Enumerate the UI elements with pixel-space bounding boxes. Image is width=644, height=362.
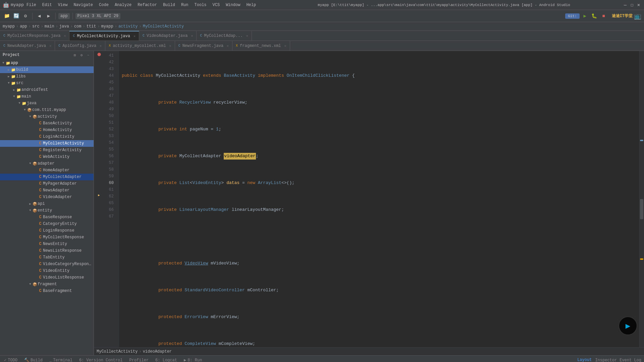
close-button[interactable]: ✕ [636,2,641,8]
menu-help[interactable]: Help [244,2,259,8]
menu-run[interactable]: Run [178,2,191,8]
project-tree[interactable]: Project ⊞ ⚙ – ▼ 📁 app ▶ 📁 build [0,51,94,355]
tab-logcat[interactable]: 6: Logcat [154,357,178,362]
menu-file[interactable]: File [24,2,39,8]
tree-item-mycollectadapter[interactable]: ▶ C MyCollectAdapter [0,174,94,180]
settings-project-icon[interactable]: ⚙ [79,52,84,58]
tab-activity-xml[interactable]: X activity_mycollect.xml ✕ [105,41,175,51]
maximize-button[interactable]: ☐ [629,2,635,8]
tree-item-basefragment[interactable]: ▶ C BaseFragment [0,288,94,294]
tree-item-categoryentity[interactable]: ▶ C CategoryEntity [0,221,94,227]
editor-content[interactable]: ⬤ ▶ [94,51,644,347]
tree-item-fragment-pkg[interactable]: ▼ 📦 fragment [0,281,94,288]
tree-item-adapter-pkg[interactable]: ▼ 📦 adapter [0,160,94,167]
code-editor[interactable]: ⬤ ▶ [94,51,644,355]
breadcrumb-com[interactable]: com [74,24,82,29]
settings-icon[interactable]: ⚙ [21,12,30,20]
event-log-button[interactable]: Event Log [620,358,641,362]
close-tab-apiconfig[interactable]: ✕ [100,44,102,48]
tree-item-androidtest[interactable]: ▶ 📁 androidTest [0,86,94,93]
scrollbar-thumb[interactable] [640,199,643,219]
tab-version-control[interactable]: 6: Version Control [78,357,124,362]
menu-code[interactable]: Code [96,2,111,8]
tab-apiconfig[interactable]: C ApiConfig.java ✕ [55,41,105,51]
close-tab-activity-xml[interactable]: ✕ [169,44,171,48]
tree-item-package[interactable]: ▼ 📦 com.ttit.myapp [0,107,94,113]
tab-build[interactable]: 🔨 Build [23,357,44,362]
tree-item-entity-pkg[interactable]: ▼ 📦 entity [0,207,94,214]
close-tab-mycollectresponse[interactable]: ✕ [64,34,66,38]
minimize-button[interactable]: — [623,2,628,8]
menu-tools[interactable]: Tools [192,2,209,8]
tree-item-java[interactable]: ▼ 📁 java [0,100,94,107]
breadcrumb-app[interactable]: app [20,24,27,29]
breadcrumb-member[interactable]: videoAdapter [143,349,172,354]
tree-item-videocategory[interactable]: ▶ C VideoCategoryRespons... [0,261,94,267]
menu-vcs[interactable]: VCS [210,2,223,8]
menu-edit[interactable]: Edit [40,2,55,8]
menu-navigate[interactable]: Navigate [71,2,96,8]
close-tab-newsfragment[interactable]: ✕ [227,44,229,48]
forward-icon[interactable]: ▶ [45,12,53,20]
tree-item-tabentity[interactable]: ▶ C TabEntity [0,254,94,261]
breadcrumb-class[interactable]: MyCollectActivity [97,349,138,354]
sync-icon[interactable]: 🔄 [12,12,20,20]
debug-icon[interactable]: 🐛 [590,12,598,20]
tree-item-main[interactable]: ▼ 📁 main [0,93,94,100]
breadcrumb-mycollect[interactable]: MyCollectActivity [143,24,184,29]
tab-run[interactable]: ▶ 8: Run [182,357,203,362]
layout-button[interactable]: Layout [577,357,592,362]
tab-mycollectresponse[interactable]: C MyCollectResponse.java ✕ [0,31,69,41]
tree-item-mycollectresponse[interactable]: ▶ C MyCollectResponse [0,234,94,241]
tab-mycollectadap[interactable]: C MyCollectAdap... ✕ [197,31,252,41]
tree-item-registeractivity[interactable]: ▶ C RegisterActivity [0,147,94,154]
breadcrumb-myapp[interactable]: myapp [3,24,15,29]
close-tab-mycollectadap[interactable]: ✕ [246,34,248,38]
menu-build[interactable]: Build [160,2,178,8]
inspector-button[interactable]: Inspector [595,358,617,362]
close-tab-mycollectactivity[interactable]: ✕ [133,34,136,38]
collapse-project-icon[interactable]: – [86,52,91,58]
tree-item-build[interactable]: ▶ 📁 build [0,66,94,73]
bilibili-float-button[interactable]: ▶ [619,316,637,335]
close-tab-fragment-xml[interactable]: ✕ [284,44,286,48]
tree-item-app[interactable]: ▼ 📁 app [0,60,94,66]
tree-item-api-pkg[interactable]: ▶ 📦 api [0,200,94,207]
tree-item-libs[interactable]: ▶ 📁 libs [0,73,94,80]
device-selector[interactable]: Pixel 3 XL API 29 [75,13,120,19]
breadcrumb-java[interactable]: java [59,24,69,29]
stop-icon[interactable]: ■ [600,12,608,20]
tree-item-newslistresponse[interactable]: ▶ C NewsListResponse [0,247,94,254]
tab-terminal[interactable]: _ Terminal [48,357,74,362]
tree-item-baseactivity[interactable]: ▶ C BaseActivity [0,120,94,127]
tab-newsadapter[interactable]: C NewsAdapter.java ✕ [0,41,55,51]
tab-profiler[interactable]: Profiler [128,357,150,362]
tree-item-videoadapter-tree[interactable]: ▶ C VideoAdapter [0,194,94,200]
tab-todo[interactable]: ✓ TODO [3,357,19,362]
menu-refactor[interactable]: Refactor [135,2,160,8]
tree-item-newsentity[interactable]: ▶ C NewsEntity [0,241,94,247]
tab-fragment-xml[interactable]: X fragment_news.xml ✕ [232,41,290,51]
tree-item-homeadapter[interactable]: ▶ C HomeAdapter [0,167,94,174]
tree-item-loginactivity[interactable]: ▶ C LoginActivity [0,133,94,140]
tree-item-videolistresponse[interactable]: ▶ C VideoListResponse [0,274,94,281]
close-tab-videoadapter[interactable]: ✕ [191,34,193,38]
tab-newsfragment[interactable]: C NewsFragment.java ✕ [175,41,232,51]
breadcrumb-activity[interactable]: activity [118,24,138,29]
tree-item-activity-pkg[interactable]: ▼ 📦 activity [0,113,94,120]
tree-item-baseresponse[interactable]: ▶ C BaseResponse [0,214,94,221]
back-icon[interactable]: ◀ [35,12,43,20]
tree-item-mycollectactivity[interactable]: ▶ C MyCollectActivity [0,140,94,147]
tree-item-videoentity[interactable]: ▶ C VideoEntity [0,267,94,274]
code-content[interactable]: public class MyCollectActivity extends B… [119,51,639,347]
project-icon[interactable]: 📁 [3,12,11,20]
module-selector[interactable]: app [58,13,70,19]
tree-item-webactivity[interactable]: ▶ C WebActivity [0,154,94,160]
tree-item-src[interactable]: ▼ 📁 src [0,80,94,86]
breadcrumb-src[interactable]: src [32,24,40,29]
tab-videoadapter[interactable]: C VideoAdapter.java ✕ [139,31,197,41]
tree-item-mypageradapter[interactable]: ▶ C MyPagerAdapter [0,180,94,187]
scrollbar-gutter[interactable] [639,51,644,347]
menu-view[interactable]: View [55,2,70,8]
tree-item-loginresponse[interactable]: ▶ C LoginResponse [0,227,94,234]
